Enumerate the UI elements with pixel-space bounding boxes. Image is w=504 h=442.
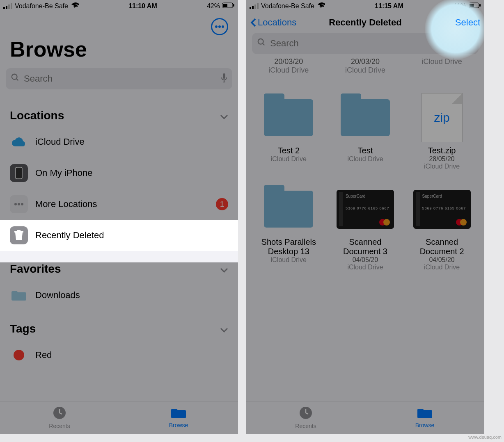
item-name: Test.zip [406,146,478,155]
grid-item-partial[interactable]: iCloud Drive [407,57,477,75]
item-location: iCloud Drive [330,264,401,271]
location-label: More Locations [35,199,208,210]
right-screenshot: Vodafone-Be Safe 11:15 AM 41% Locations … [246,0,484,434]
back-label: Locations [258,17,296,28]
favorites-section-header[interactable]: Favorites [0,251,238,280]
item-name: Scanned Document 2 [406,237,478,256]
page-title: Browse [0,12,238,68]
tab-label: Browse [415,422,435,428]
tab-browse[interactable]: Browse [119,401,238,434]
svg-point-19 [258,39,263,44]
search-bar[interactable] [252,33,479,54]
chevron-down-icon [220,322,228,335]
item-name: Scanned Document 3 [330,237,401,256]
search-input[interactable] [270,38,463,49]
folder-icon [417,407,433,422]
svg-line-20 [263,43,265,46]
folder-icon [341,99,390,136]
location-row-icloud[interactable]: iCloud Drive [0,126,238,157]
grid-item[interactable]: TestiCloud Drive [327,91,404,182]
svg-line-7 [16,79,18,81]
locations-header-label: Locations [10,109,64,122]
folder-icon [264,99,313,136]
battery-pct: 41% [453,2,466,10]
clock-icon [53,406,66,423]
tags-section-header[interactable]: Tags [0,311,238,339]
tags-header-label: Tags [10,322,36,335]
locations-section-header[interactable]: Locations [0,98,238,126]
svg-point-10 [14,203,17,205]
svg-point-11 [18,203,20,205]
item-location: iCloud Drive [253,256,325,264]
grid-item[interactable]: Test 2iCloud Drive [250,91,327,182]
status-bar: Vodafone-Be Safe 11:15 AM 41% [246,0,484,12]
nav-header: Locations Recently Deleted Select [246,12,484,33]
clock-label: 11:15 AM [375,2,403,10]
chevron-down-icon [220,109,228,122]
status-bar: Vodafone-Be Safe 11:10 AM 42% [0,0,238,12]
wifi-icon [71,2,79,10]
battery-pct: 42% [207,2,220,10]
grid-item-partial[interactable]: 20/03/20 iCloud Drive [330,57,400,75]
tab-recents[interactable]: Recents [246,401,365,434]
ellipsis-icon [10,195,28,213]
svg-rect-8 [223,73,225,79]
svg-rect-14 [20,234,21,239]
grid-item[interactable]: zipTest.zip28/05/20iCloud Drive [403,91,480,182]
tab-label: Browse [169,422,188,428]
item-date: 04/05/20 [330,256,401,264]
location-label: On My iPhone [35,168,228,178]
iphone-icon [10,164,28,182]
tab-label: Recents [49,423,70,429]
search-bar[interactable] [6,68,232,89]
location-row-more[interactable]: More Locations 1 [0,189,238,220]
svg-rect-1 [223,4,227,7]
zip-file-icon: zip [422,93,463,142]
folder-icon [170,407,187,422]
cloud-icon [10,133,28,151]
item-name: Shots Parallels Desktop 13 [253,237,325,256]
tab-label: Recents [295,423,316,429]
clock-label: 11:10 AM [128,2,157,10]
svg-rect-17 [470,4,474,7]
mic-icon[interactable] [221,73,227,84]
grid-item[interactable]: Shots Parallels Desktop 13iCloud Drive [250,182,327,283]
location-row-recently-deleted[interactable]: Recently Deleted [0,220,238,251]
location-row-onmyiphone[interactable]: On My iPhone [0,157,238,189]
tag-dot-icon [10,346,28,364]
tab-recents[interactable]: Recents [0,401,119,434]
carrier-label: Vodafone-Be Safe [261,2,314,10]
tag-row-red[interactable]: Red [0,339,238,371]
grid-item-partial[interactable]: 20/03/20 iCloud Drive [254,57,323,75]
tab-bar: Recents Browse [0,401,238,434]
item-location: iCloud Drive [406,163,478,170]
grid-item[interactable]: SuperCard5369 0776 6165 0667Scanned Docu… [403,182,480,283]
search-input[interactable] [24,73,217,84]
search-icon [257,38,266,49]
grid-item[interactable]: SuperCard5369 0776 6165 0667Scanned Docu… [327,182,404,283]
svg-rect-13 [17,234,18,239]
more-button[interactable] [211,18,228,35]
item-location: iCloud Drive [330,155,401,163]
document-thumbnail: SuperCard5369 0776 6165 0667 [413,190,471,229]
favorite-label: Downloads [35,290,228,301]
svg-point-3 [215,25,218,28]
document-thumbnail: SuperCard5369 0776 6165 0667 [337,190,394,229]
badge-count: 1 [216,198,228,210]
svg-rect-21 [469,38,472,43]
file-grid-scroll[interactable]: 20/03/20 iCloud Drive 20/03/20 iCloud Dr… [246,57,484,401]
battery-icon [222,2,235,10]
favorite-row-downloads[interactable]: Downloads [0,280,238,311]
mic-icon[interactable] [467,38,474,49]
tag-label: Red [35,350,228,360]
svg-point-5 [222,25,224,28]
tab-browse[interactable]: Browse [365,401,484,434]
wifi-icon [317,2,325,10]
chevron-down-icon [220,262,228,276]
item-name: Test 2 [253,146,325,155]
back-button[interactable]: Locations [250,17,296,28]
select-button[interactable]: Select [455,17,480,28]
location-label: iCloud Drive [35,137,228,147]
carrier-label: Vodafone-Be Safe [15,2,68,10]
svg-point-12 [21,203,23,205]
